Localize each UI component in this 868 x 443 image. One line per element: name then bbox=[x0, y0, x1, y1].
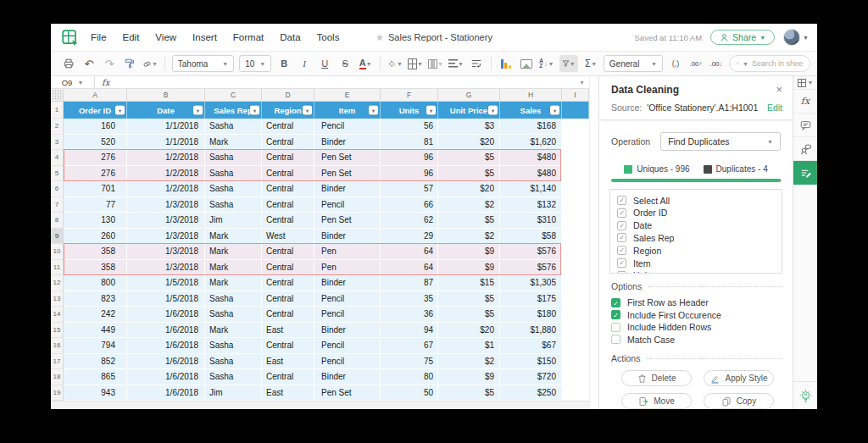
cell[interactable]: 1/2/2018 bbox=[127, 166, 205, 182]
column-header-C[interactable]: C bbox=[205, 89, 262, 101]
cell[interactable]: 1/5/2018 bbox=[127, 275, 205, 291]
cell[interactable]: Pen Set bbox=[314, 213, 381, 229]
cell[interactable]: $2 bbox=[438, 229, 500, 245]
filter-dropdown-icon[interactable]: ▾ bbox=[426, 106, 436, 115]
cell-empty[interactable] bbox=[562, 181, 589, 197]
cell-empty[interactable] bbox=[562, 166, 589, 182]
cell[interactable]: Sasha bbox=[205, 354, 262, 370]
cell[interactable]: Central bbox=[262, 291, 314, 307]
cell[interactable]: $480 bbox=[500, 166, 562, 182]
cell-empty[interactable] bbox=[562, 354, 589, 370]
menu-insert[interactable]: Insert bbox=[192, 32, 217, 42]
cell[interactable]: 260 bbox=[64, 229, 127, 245]
column-header-E[interactable]: E bbox=[314, 89, 381, 101]
operation-select[interactable]: Find Duplicates ▼ bbox=[660, 132, 781, 151]
cell[interactable]: Mark bbox=[205, 275, 262, 291]
cell[interactable]: $175 bbox=[500, 291, 562, 307]
row-number-3[interactable]: 3 bbox=[51, 135, 64, 151]
cell[interactable]: $20 bbox=[438, 135, 500, 151]
cell[interactable]: 449 bbox=[64, 323, 127, 339]
cell[interactable]: $5 bbox=[438, 385, 500, 401]
cell[interactable]: Pencil bbox=[314, 119, 381, 135]
cell[interactable]: Central bbox=[262, 213, 314, 229]
cell[interactable]: 56 bbox=[381, 119, 438, 135]
cell[interactable]: 50 bbox=[381, 385, 438, 401]
cell[interactable]: 852 bbox=[64, 354, 127, 370]
option-include-first-occurence[interactable]: ✓Include First Occurence bbox=[611, 309, 782, 322]
redo-button[interactable]: ↷ bbox=[102, 55, 117, 72]
delete-button[interactable]: Delete bbox=[621, 370, 692, 386]
cell[interactable]: Binder bbox=[314, 369, 381, 385]
column-header-A[interactable]: A bbox=[64, 89, 127, 101]
number-format-select[interactable]: General ▼ bbox=[604, 55, 663, 72]
cell[interactable]: Pencil bbox=[314, 354, 381, 370]
cell[interactable]: 64 bbox=[381, 244, 438, 260]
cell[interactable]: $3 bbox=[438, 119, 500, 135]
filter-dropdown-icon[interactable]: ▾ bbox=[115, 106, 125, 115]
cell[interactable]: $20 bbox=[438, 181, 500, 197]
cell[interactable]: Sasha bbox=[205, 119, 262, 135]
select-all-corner[interactable] bbox=[51, 89, 64, 101]
sum-button[interactable]: Σ▼ bbox=[583, 55, 598, 72]
sheet-view-menu[interactable]: ▼ bbox=[793, 76, 817, 90]
cell[interactable]: Pen Set bbox=[314, 150, 381, 166]
cell[interactable]: $5 bbox=[438, 213, 500, 229]
cell[interactable]: Sasha bbox=[205, 338, 262, 354]
header-cell-units[interactable]: Units▾ bbox=[381, 102, 438, 119]
option-first-row-as-header[interactable]: ✓First Row as Header bbox=[611, 296, 782, 309]
horizontal-align-button[interactable]: ▼ bbox=[448, 55, 464, 72]
cell[interactable]: Binder bbox=[314, 229, 381, 245]
cell-empty[interactable] bbox=[562, 338, 589, 354]
vertical-scrollbar[interactable] bbox=[589, 76, 598, 409]
row-number-16[interactable]: 16 bbox=[51, 338, 64, 354]
cell[interactable]: 1/1/2018 bbox=[127, 119, 205, 135]
cell[interactable]: Pen Set bbox=[314, 166, 381, 182]
checkbox[interactable]: ✓ bbox=[617, 208, 626, 218]
cell[interactable]: $168 bbox=[500, 119, 562, 135]
cell[interactable]: 823 bbox=[64, 291, 127, 307]
cell[interactable]: $1,880 bbox=[500, 323, 562, 339]
formula-input[interactable] bbox=[116, 76, 575, 88]
cell[interactable]: Mark bbox=[205, 135, 262, 151]
row-number-4[interactable]: 4 bbox=[51, 150, 64, 166]
cell[interactable]: $132 bbox=[500, 197, 562, 213]
cell[interactable]: 1/6/2018 bbox=[127, 385, 205, 401]
cell[interactable]: $150 bbox=[500, 354, 562, 370]
comma-format-button[interactable]: (,) bbox=[668, 55, 683, 72]
cell[interactable]: 57 bbox=[381, 181, 438, 197]
cell[interactable]: Sasha bbox=[205, 197, 262, 213]
row-number-12[interactable]: 12 bbox=[51, 275, 64, 291]
cell[interactable]: 67 bbox=[381, 338, 438, 354]
cell[interactable]: Pen bbox=[314, 244, 381, 260]
move-button[interactable]: Move bbox=[621, 393, 692, 409]
cell[interactable]: $9 bbox=[438, 244, 500, 260]
cell[interactable]: Pencil bbox=[314, 338, 381, 354]
option-include-hidden-rows[interactable]: Include Hidden Rows bbox=[611, 321, 782, 334]
column-header-G[interactable]: G bbox=[438, 89, 500, 101]
decrease-decimal-button[interactable]: .00↓ bbox=[709, 55, 724, 72]
header-cell-date[interactable]: Date▾ bbox=[127, 102, 205, 119]
cell[interactable]: Pencil bbox=[314, 197, 381, 213]
apply-style-button[interactable]: Apply Style bbox=[704, 370, 774, 386]
cell-empty[interactable] bbox=[562, 275, 589, 291]
favorite-star-icon[interactable]: ★ bbox=[376, 32, 384, 43]
cell[interactable]: $1,620 bbox=[500, 135, 562, 151]
row-number-10[interactable]: 10 bbox=[51, 244, 64, 260]
cell[interactable]: $720 bbox=[500, 369, 562, 385]
cell-name-box[interactable]: O9 ▼ bbox=[51, 76, 95, 88]
cell[interactable]: 701 bbox=[64, 181, 127, 197]
cell[interactable]: Central bbox=[262, 150, 314, 166]
font-size-select[interactable]: 10 ▼ bbox=[239, 55, 271, 72]
format-painter-button[interactable] bbox=[122, 55, 137, 72]
header-cell-order-id[interactable]: Order ID▾ bbox=[64, 102, 127, 119]
cell[interactable]: $1,305 bbox=[500, 275, 562, 291]
cell[interactable]: Sasha bbox=[205, 166, 262, 182]
cell[interactable]: East bbox=[262, 354, 314, 370]
bold-button[interactable]: B bbox=[276, 55, 292, 72]
cell[interactable]: 1/3/2018 bbox=[127, 213, 205, 229]
cell[interactable]: Central bbox=[262, 119, 314, 135]
column-header-I[interactable]: I bbox=[562, 89, 589, 101]
cell[interactable]: $576 bbox=[500, 244, 562, 260]
checkbox[interactable]: ✓ bbox=[617, 271, 626, 274]
checkbox[interactable] bbox=[611, 335, 620, 344]
